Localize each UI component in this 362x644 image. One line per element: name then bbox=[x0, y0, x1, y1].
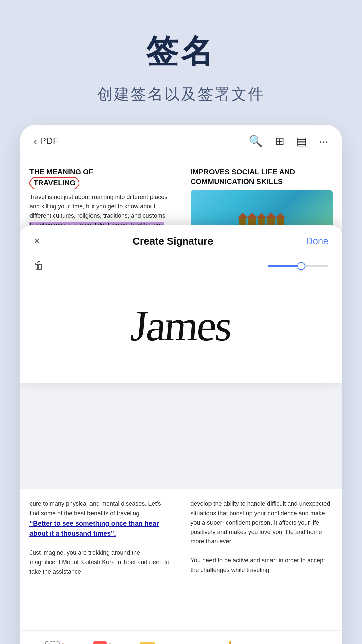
pdf-back-label: PDF bbox=[40, 136, 59, 146]
textbox-bracket-icon: ⌋ bbox=[107, 642, 111, 644]
pdf-right-lower-body-2: You need to be active and smart in order… bbox=[191, 556, 333, 575]
trash-icon[interactable]: 🗑 bbox=[34, 260, 44, 272]
signature-panel: × Create Signature Done 🗑 James bbox=[20, 225, 342, 383]
stamp-tool-button[interactable]: ⊙ bbox=[184, 641, 194, 644]
signature-close-button[interactable]: × bbox=[34, 235, 40, 247]
comment-tool-button[interactable] bbox=[140, 642, 155, 644]
pdf-right-lower-body-1: develop the ability to handle difficult … bbox=[191, 499, 333, 546]
select-icon bbox=[45, 641, 60, 644]
seal-tool-button[interactable]: 👆 bbox=[224, 641, 239, 644]
signature-topbar: × Create Signature Done bbox=[20, 225, 342, 253]
signature-title: Create Signature bbox=[133, 235, 213, 247]
undo-button[interactable]: ↩ bbox=[307, 641, 317, 644]
seal-icon: 👆 bbox=[224, 641, 239, 644]
pdf-topbar-icons: 🔍 ⊞ ▤ ··· bbox=[249, 134, 328, 148]
select-bracket-icon: ⌋ bbox=[60, 642, 64, 644]
slider-thumb[interactable] bbox=[297, 262, 305, 270]
main-card: ‹ PDF 🔍 ⊞ ▤ ··· THE MEANING OF TRAVELING… bbox=[20, 125, 342, 644]
pdf-quote: “Better to see something once than hear … bbox=[29, 518, 172, 538]
stamp-icon: ⊙ bbox=[184, 641, 194, 644]
pdf-topbar: ‹ PDF 🔍 ⊞ ▤ ··· bbox=[20, 125, 342, 157]
signature-controls: 🗑 bbox=[20, 253, 342, 279]
toolbar-icons-row: ⌋ T ⌋ ⊙ 👆 ✒ bbox=[20, 637, 342, 644]
signature-done-button[interactable]: Done bbox=[306, 236, 328, 247]
back-chevron-icon: ‹ bbox=[34, 135, 37, 147]
undo-icon: ↩ bbox=[307, 641, 317, 644]
pdf-heading-circled: TRAVELING bbox=[29, 177, 79, 190]
pdf-body-lower-1: cure to many physical and mental disease… bbox=[29, 499, 172, 518]
textbox-icon: T bbox=[93, 641, 107, 644]
select-tool-button[interactable]: ⌋ bbox=[45, 641, 64, 644]
sign-tool-button[interactable]: ✒ bbox=[268, 641, 278, 644]
pdf-right-heading: IMPROVES SOCIAL LIFE AND COMMUNICATION S… bbox=[191, 167, 333, 186]
pdf-back-button[interactable]: ‹ PDF bbox=[34, 135, 59, 147]
bottom-toolbar: ⌋ T ⌋ ⊙ 👆 ✒ bbox=[20, 630, 342, 644]
pdf-right-lower: develop the ability to handle difficult … bbox=[181, 489, 342, 630]
page-subtitle: 创建签名以及签署文件 bbox=[0, 84, 362, 105]
textbox-tool-button[interactable]: T ⌋ bbox=[93, 641, 111, 644]
comment-icon bbox=[140, 642, 155, 644]
pdf-heading-1: THE MEANING OF TRAVELING bbox=[29, 167, 172, 189]
pdf-left-lower: cure to many physical and mental disease… bbox=[20, 489, 181, 630]
signature-canvas[interactable]: James bbox=[34, 282, 328, 369]
pdf-body-lower-2: Just imagine, you are trekking around th… bbox=[29, 548, 172, 577]
more-icon[interactable]: ··· bbox=[319, 135, 328, 148]
signature-writing: James bbox=[129, 304, 233, 347]
pdf-content-lower: cure to many physical and mental disease… bbox=[20, 489, 342, 630]
page-title: 签名 bbox=[0, 30, 362, 74]
list-icon[interactable]: ▤ bbox=[296, 134, 307, 148]
sign-icon: ✒ bbox=[268, 641, 278, 644]
search-icon[interactable]: 🔍 bbox=[249, 134, 263, 148]
header: 签名 创建签名以及签署文件 bbox=[0, 0, 362, 125]
thickness-slider[interactable] bbox=[268, 265, 328, 267]
grid-icon[interactable]: ⊞ bbox=[275, 134, 284, 148]
